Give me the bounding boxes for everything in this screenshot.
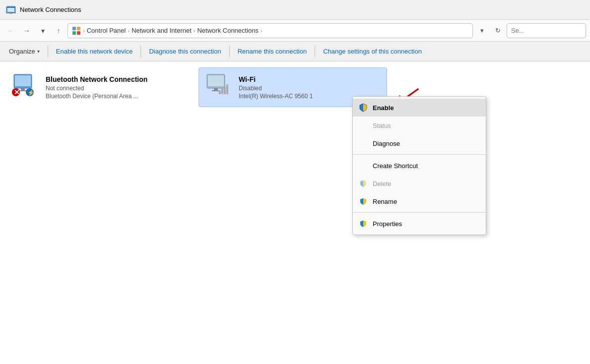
context-separator-2: [353, 212, 486, 213]
wifi-icon-container: [205, 73, 233, 101]
up-button[interactable]: ↑: [52, 24, 66, 38]
search-input[interactable]: [507, 23, 586, 38]
svg-text:✕: ✕: [14, 88, 20, 96]
context-menu-item-diagnose[interactable]: Diagnose: [353, 134, 486, 152]
toolbar-divider-4: [315, 46, 315, 58]
context-enable-label: Enable: [373, 104, 478, 112]
toolbar-divider-1: [48, 46, 48, 58]
svg-rect-8: [72, 31, 76, 35]
organize-caret: ▾: [37, 49, 40, 54]
svg-rect-19: [208, 75, 224, 86]
context-menu-item-enable[interactable]: Enable: [353, 99, 486, 117]
context-menu: Enable Status Diagnose Create Shortcut D…: [352, 96, 486, 235]
diagnose-connection-button[interactable]: Diagnose this connection: [144, 44, 226, 59]
control-panel-icon: [72, 26, 81, 35]
change-settings-label: Change settings of this connection: [323, 48, 422, 55]
context-status-label: Status: [373, 122, 478, 129]
uac-shield-icon: [359, 103, 368, 112]
address-path[interactable]: › Control Panel › Network and Internet ›…: [67, 23, 473, 38]
breadcrumb-network-internet[interactable]: Network and Internet: [131, 27, 192, 34]
organize-button[interactable]: Organize ▾: [4, 44, 45, 59]
svg-rect-5: [6, 12, 16, 13]
path-separator-4: ›: [261, 28, 262, 34]
refresh-button[interactable]: ↻: [491, 24, 505, 38]
bluetooth-network-icon: ✕ ⚡: [12, 73, 38, 97]
enable-network-device-button[interactable]: Enable this network device: [51, 44, 138, 59]
bluetooth-network-info: Bluetooth Network Connection Not connect…: [46, 75, 189, 100]
svg-rect-23: [221, 88, 223, 94]
bluetooth-network-status: Not connected: [46, 85, 189, 92]
context-diagnose-label: Diagnose: [373, 140, 478, 147]
svg-rect-20: [214, 88, 218, 90]
recent-locations-button[interactable]: ▾: [36, 24, 50, 38]
svg-rect-4: [7, 8, 14, 12]
bluetooth-network-name: Bluetooth Network Connection: [46, 75, 189, 83]
rename-label: Rename this connection: [238, 48, 307, 55]
svg-rect-24: [224, 86, 226, 94]
address-bar: ← → ▾ ↑ › Control Panel › Network and In…: [0, 20, 590, 42]
diagnose-label: Diagnose this connection: [149, 48, 221, 55]
svg-rect-21: [212, 90, 220, 91]
context-separator-1: [353, 154, 486, 155]
svg-rect-11: [15, 75, 31, 86]
back-button[interactable]: ←: [4, 24, 18, 38]
breadcrumb-control-panel[interactable]: Control Panel: [87, 27, 126, 34]
wifi-network-icon: [205, 73, 231, 97]
svg-rect-6: [72, 27, 76, 30]
context-properties-label: Properties: [373, 220, 478, 228]
network-grid: ✕ ⚡ Bluetooth Network Connection Not con…: [6, 67, 584, 107]
organize-label: Organize: [9, 48, 35, 55]
context-menu-item-delete[interactable]: Delete: [353, 175, 486, 192]
uac-shield-delete-icon: [359, 179, 368, 188]
toolbar-divider-3: [229, 46, 230, 58]
window-icon: [6, 5, 16, 15]
context-menu-item-properties[interactable]: Properties: [353, 215, 486, 233]
svg-rect-25: [226, 84, 228, 94]
breadcrumb-network-connections[interactable]: Network Connections: [197, 27, 259, 34]
context-rename-label: Rename: [373, 198, 478, 205]
main-content: ✕ ⚡ Bluetooth Network Connection Not con…: [0, 61, 590, 364]
bluetooth-icon-container: ✕ ⚡: [12, 73, 40, 101]
wifi-network-name: Wi-Fi: [239, 75, 381, 83]
svg-rect-7: [77, 27, 80, 30]
forward-button[interactable]: →: [20, 24, 34, 38]
bluetooth-network-device: Bluetooth Device (Personal Area ...: [46, 93, 189, 100]
context-menu-item-status[interactable]: Status: [353, 117, 486, 134]
enable-label: Enable this network device: [56, 48, 133, 55]
title-bar-text: Network Connections: [20, 6, 81, 13]
path-separator-1: ›: [83, 28, 85, 34]
context-create-shortcut-label: Create Shortcut: [373, 162, 478, 170]
context-menu-item-create-shortcut[interactable]: Create Shortcut: [353, 157, 486, 175]
context-menu-item-rename[interactable]: Rename: [353, 192, 486, 210]
svg-rect-22: [219, 90, 221, 94]
svg-rect-12: [21, 88, 25, 90]
svg-text:⚡: ⚡: [27, 89, 35, 96]
wifi-network-status: Disabled: [239, 85, 381, 92]
toolbar: Organize ▾ Enable this network device Di…: [0, 42, 590, 61]
context-delete-label: Delete: [373, 180, 478, 187]
list-item[interactable]: ✕ ⚡ Bluetooth Network Connection Not con…: [6, 67, 195, 107]
svg-rect-9: [77, 31, 80, 35]
svg-rect-13: [19, 90, 27, 91]
uac-shield-properties-icon: [359, 219, 368, 228]
title-bar: Network Connections: [0, 0, 590, 20]
toolbar-divider-2: [140, 46, 141, 58]
address-dropdown-button[interactable]: ▾: [475, 24, 489, 38]
change-settings-button[interactable]: Change settings of this connection: [318, 44, 427, 59]
rename-connection-button[interactable]: Rename this connection: [233, 44, 312, 59]
uac-shield-rename-icon: [359, 197, 368, 206]
path-separator-2: ›: [128, 28, 130, 34]
path-separator-3: ›: [194, 28, 196, 34]
svg-rect-1: [6, 6, 15, 8]
